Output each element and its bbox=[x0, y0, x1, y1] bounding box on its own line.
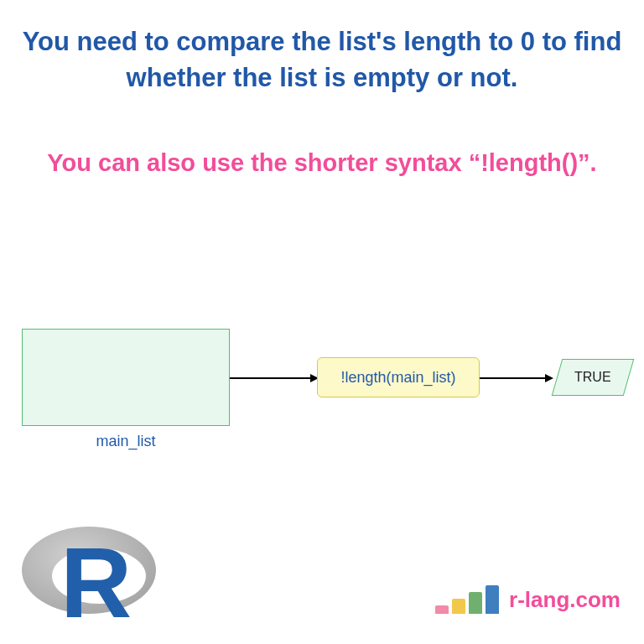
r-logo: R bbox=[22, 520, 164, 629]
arrow-line-1 bbox=[230, 377, 317, 379]
subheadline-text: You can also use the shorter syntax “!le… bbox=[0, 96, 644, 180]
brand-text: r-lang.com bbox=[509, 587, 621, 614]
r-logo-letter: R bbox=[60, 533, 128, 632]
function-box: !length(main_list) bbox=[317, 357, 480, 397]
brand-bars-icon bbox=[435, 585, 499, 614]
list-box bbox=[22, 329, 230, 426]
arrow-head-2 bbox=[545, 374, 553, 382]
headline-text: You need to compare the list's length to… bbox=[0, 0, 644, 96]
result-box: TRUE bbox=[552, 359, 635, 396]
result-box-label: TRUE bbox=[574, 370, 611, 385]
arrow-line-2 bbox=[480, 377, 547, 379]
function-box-label: !length(main_list) bbox=[340, 369, 455, 387]
list-box-label: main_list bbox=[22, 433, 230, 450]
flow-diagram: main_list !length(main_list) TRUE bbox=[0, 319, 644, 486]
brand-block: r-lang.com bbox=[435, 585, 621, 614]
